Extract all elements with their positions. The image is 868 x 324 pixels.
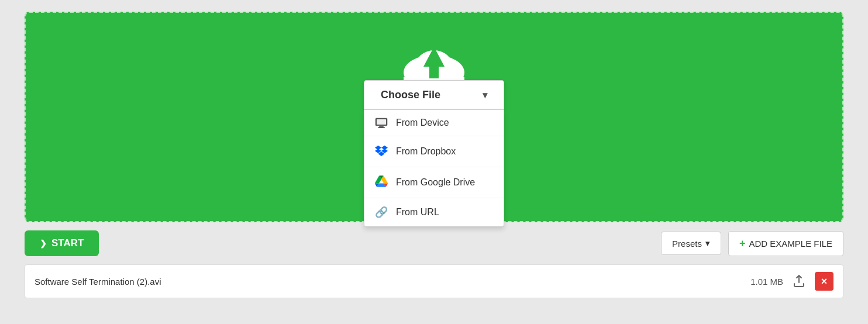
chevron-right-icon: ❯: [40, 239, 47, 248]
bottom-bar: ❯ START Presets ▾ + ADD EXAMPLE FILE: [25, 222, 843, 264]
dropbox-icon: [375, 144, 388, 159]
dropdown-item-device[interactable]: From Device: [364, 110, 504, 136]
start-button[interactable]: ❯ START: [25, 230, 99, 256]
presets-chevron-icon: ▾: [705, 238, 710, 249]
choose-file-label: Choose File: [381, 89, 440, 101]
right-controls: Presets ▾ + ADD EXAMPLE FILE: [661, 231, 843, 256]
start-label: START: [51, 237, 84, 249]
svg-rect-11: [378, 127, 385, 129]
presets-label: Presets: [672, 239, 702, 249]
add-example-button[interactable]: + ADD EXAMPLE FILE: [728, 231, 843, 256]
main-container: Drop Files here Choose File ▾: [25, 12, 843, 298]
dropdown-item-googledrive[interactable]: From Google Drive: [364, 167, 504, 198]
dropdown-item-device-label: From Device: [396, 118, 449, 128]
drop-zone[interactable]: Drop Files here Choose File ▾: [25, 12, 843, 222]
dropdown-item-url[interactable]: 🔗 From URL: [364, 198, 504, 226]
dropdown-item-dropbox[interactable]: From Dropbox: [364, 136, 504, 167]
choose-file-container: Choose File ▾ From Device: [364, 80, 504, 227]
add-example-label: ADD EXAMPLE FILE: [749, 239, 832, 249]
remove-icon: ×: [821, 275, 828, 288]
url-icon: 🔗: [375, 206, 388, 219]
file-name: Software Self Termination (2).avi: [35, 277, 750, 287]
chevron-down-icon: ▾: [483, 89, 487, 101]
file-right: 1.01 MB ×: [750, 272, 833, 291]
file-size: 1.01 MB: [750, 277, 783, 287]
dropdown-item-dropbox-label: From Dropbox: [396, 146, 456, 157]
dropdown-item-googledrive-label: From Google Drive: [396, 177, 475, 188]
choose-file-button[interactable]: Choose File ▾: [364, 80, 504, 110]
presets-button[interactable]: Presets ▾: [661, 232, 721, 255]
dropdown-menu: From Device From Dropbox: [364, 110, 504, 227]
upload-file-icon[interactable]: [791, 274, 807, 289]
plus-icon: +: [739, 237, 746, 250]
svg-rect-9: [377, 119, 386, 125]
device-icon: [375, 118, 388, 128]
remove-file-button[interactable]: ×: [815, 272, 833, 291]
gdrive-icon: [375, 175, 388, 190]
dropdown-item-url-label: From URL: [396, 207, 439, 218]
file-row: Software Self Termination (2).avi 1.01 M…: [25, 264, 843, 298]
